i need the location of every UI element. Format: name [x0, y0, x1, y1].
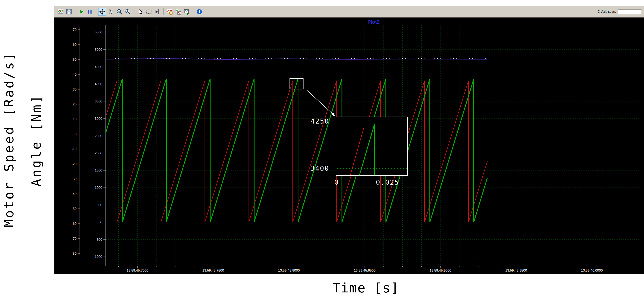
zoom-out-icon — [116, 9, 122, 15]
chart-export-icon — [184, 9, 190, 15]
svg-text:4500: 4500 — [95, 65, 102, 69]
series-green_sawtooth — [106, 79, 487, 222]
svg-text:4000: 4000 — [95, 82, 102, 86]
svg-text:500: 500 — [97, 203, 102, 207]
chart-copy-button[interactable] — [174, 8, 182, 16]
chart-canvas[interactable]: 706050403020100-10-20-30-40-50-60-70-805… — [54, 17, 644, 274]
svg-text:-500: -500 — [96, 238, 102, 242]
pointer-icon — [137, 9, 143, 15]
svg-text:13:59:45.8000: 13:59:45.8000 — [278, 269, 300, 272]
svg-text:13:59:46.0000: 13:59:46.0000 — [581, 269, 603, 272]
x-axis-span-input[interactable] — [618, 9, 642, 14]
svg-text:-70: -70 — [72, 237, 76, 241]
info-button[interactable] — [195, 8, 203, 16]
axis-cursor-button[interactable] — [154, 8, 162, 16]
zoom-rect-button[interactable] — [145, 8, 153, 16]
y-axis-annotation-motor-speed: Motor_Speed [Rad/s] — [0, 46, 17, 233]
svg-text:-50: -50 — [72, 207, 76, 211]
svg-text:13:59:45.9000: 13:59:45.9000 — [430, 269, 451, 272]
inset-xmin-label: 0 — [334, 178, 350, 186]
svg-text:20: 20 — [73, 102, 76, 106]
page: Motor_Speed [Rad/s] Angle [Nm] Time [s] … — [0, 0, 644, 300]
scope-view-icon — [58, 9, 64, 15]
plot-area: Plot2 706050403020100-10-20-30-40-50-60-… — [54, 17, 644, 274]
pan-tool-icon — [99, 9, 105, 15]
info-icon — [196, 9, 202, 15]
series-purple_flat — [106, 59, 487, 59]
svg-text:-80: -80 — [72, 252, 76, 255]
inset-ymax-label: 4250 — [290, 117, 329, 125]
x-axis-span-group: X-Axis span: — [598, 9, 642, 14]
svg-text:1000: 1000 — [95, 186, 102, 190]
chart-copy-icon — [176, 9, 182, 15]
svg-text:3000: 3000 — [95, 117, 102, 121]
svg-text:70: 70 — [73, 28, 76, 32]
toolbar-buttons — [56, 8, 203, 16]
callout-arrow — [307, 90, 333, 114]
svg-text:0: 0 — [100, 220, 102, 224]
svg-text:60: 60 — [73, 43, 76, 47]
inset-xmax-label: 0.025 — [369, 178, 399, 186]
toolbar-separator — [75, 8, 75, 15]
zoom-rect-icon — [146, 9, 152, 15]
svg-text:50: 50 — [73, 58, 76, 61]
svg-text:13:59:45.7500: 13:59:45.7500 — [202, 269, 224, 272]
svg-text:3500: 3500 — [95, 100, 102, 103]
svg-text:-30: -30 — [72, 177, 76, 181]
svg-text:13:59:45.8500: 13:59:45.8500 — [354, 269, 376, 272]
svg-text:13:59:45.9500: 13:59:45.9500 — [505, 269, 527, 272]
toolbar-separator — [134, 8, 134, 15]
inset-ymin-label: 3400 — [290, 164, 329, 172]
svg-text:30: 30 — [73, 88, 76, 91]
scope-window: X-Axis span: Plot2 706050403020100-10-20… — [54, 6, 644, 274]
pause-button[interactable] — [86, 8, 94, 16]
chart-export-button[interactable] — [183, 8, 191, 16]
x-axis-span-label: X-Axis span: — [598, 10, 616, 13]
scope-view-button[interactable] — [56, 8, 64, 16]
save-chart-icon — [66, 9, 72, 15]
pointer-button[interactable] — [136, 8, 144, 16]
start-button[interactable] — [77, 8, 85, 16]
svg-text:13:59:45.7000: 13:59:45.7000 — [126, 269, 148, 272]
toolbar: X-Axis span: — [54, 6, 644, 17]
pause-icon — [87, 9, 93, 15]
toolbar-separator — [164, 8, 164, 15]
axis-cursor-icon — [154, 9, 160, 15]
svg-text:-1000: -1000 — [94, 255, 102, 259]
svg-text:5000: 5000 — [95, 48, 102, 51]
track-cursor-button[interactable] — [107, 8, 115, 16]
svg-text:-10: -10 — [72, 147, 76, 151]
svg-text:5500: 5500 — [95, 30, 102, 34]
y-axis-annotation-angle: Angle [Nm] — [28, 93, 45, 188]
svg-text:2500: 2500 — [95, 134, 102, 138]
svg-text:0: 0 — [75, 132, 76, 136]
zoom-in-icon — [125, 9, 131, 15]
svg-text:40: 40 — [73, 73, 76, 76]
svg-text:-60: -60 — [72, 222, 76, 226]
inset-box — [336, 117, 408, 175]
chart-time-button[interactable] — [166, 8, 174, 16]
save-chart-button[interactable] — [65, 8, 73, 16]
svg-text:-40: -40 — [72, 192, 76, 196]
zoom-in-button[interactable] — [124, 8, 132, 16]
track-cursor-icon — [108, 9, 114, 15]
zoom-out-button[interactable] — [116, 8, 124, 16]
x-axis-annotation-time: Time [s] — [324, 280, 408, 297]
svg-text:2000: 2000 — [95, 151, 102, 155]
svg-text:-20: -20 — [72, 162, 76, 166]
start-icon — [78, 9, 84, 15]
svg-text:10: 10 — [73, 117, 76, 121]
toolbar-separator — [193, 8, 193, 15]
pan-tool-button[interactable] — [98, 8, 106, 16]
svg-text:1500: 1500 — [95, 168, 102, 172]
chart-time-icon — [167, 9, 173, 15]
toolbar-separator — [96, 8, 96, 15]
